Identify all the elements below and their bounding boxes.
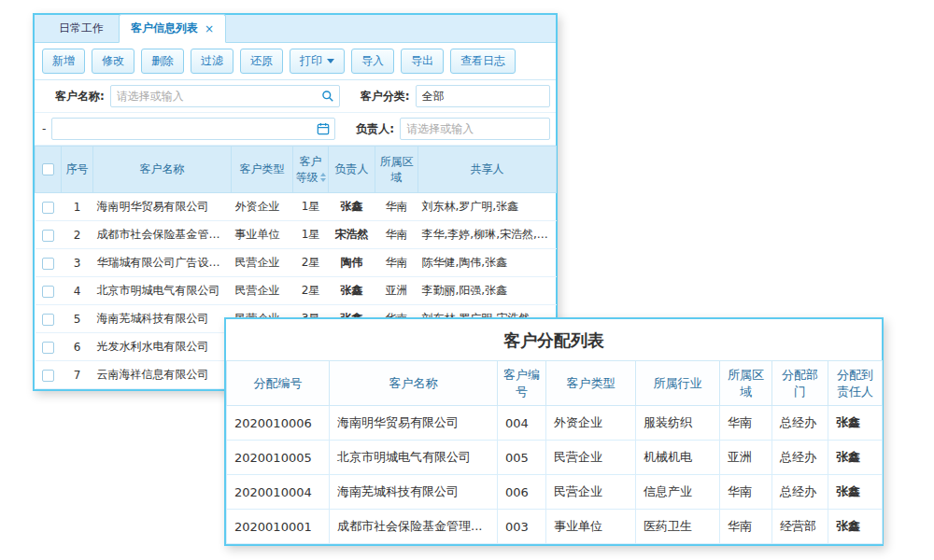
cell-customer-name[interactable]: 北京市明城电气有限公司 (93, 277, 232, 305)
table-row[interactable]: 2020010004 海南芜城科技有限公司 006 民营企业 信息产业 华南 总… (227, 475, 883, 510)
select-all-checkbox[interactable] (42, 163, 54, 175)
cell-owner[interactable]: 陶伟 (329, 249, 375, 277)
cell-type: 民营企业 (546, 441, 636, 475)
cell-shared: 陈华健,陶伟,张鑫 (418, 249, 557, 277)
header-customer-level-label: 客户等级 (296, 155, 322, 183)
tab-daily-work[interactable]: 日常工作 (48, 15, 115, 42)
cell-alloc-no[interactable]: 2020010006 (227, 406, 330, 441)
row-checkbox[interactable] (42, 370, 54, 382)
row-checkbox[interactable] (42, 202, 54, 214)
cell-customer-name[interactable]: 云南海祥信息有限公司 (93, 361, 232, 389)
table-row[interactable]: 2 成都市社会保险基金管理... 事业单位 1星 宋浩然 华南 李华,李婷,柳琳… (35, 221, 557, 249)
cell-type: 民营企业 (232, 249, 293, 277)
customer-category-select[interactable] (417, 90, 549, 103)
print-button[interactable]: 打印 (290, 49, 345, 74)
edit-button[interactable]: 修改 (92, 49, 134, 74)
cell-seq: 7 (62, 361, 93, 389)
cell-customer-no: 006 (498, 475, 546, 510)
cell-industry: 医药卫生 (636, 510, 720, 544)
tab-customer-info-list[interactable]: 客户信息列表 × (119, 14, 226, 43)
cell-customer-name[interactable]: 海南明华贸易有限公司 (330, 406, 498, 441)
close-icon[interactable]: × (205, 23, 214, 35)
cell-type: 事业单位 (546, 510, 636, 544)
filter-row-1: 客户名称: 客户分类: (35, 80, 556, 113)
cell-customer-name[interactable]: 光发水利水电有限公司 (93, 333, 232, 361)
cell-seq: 2 (62, 221, 93, 249)
table-row[interactable]: 2020010006 海南明华贸易有限公司 004 外资企业 服装纺织 华南 总… (227, 406, 883, 441)
add-button[interactable]: 新增 (42, 49, 85, 74)
toolbar: 新增 修改 删除 过滤 还原 打印 导入 导出 查看日志 (35, 43, 556, 80)
cell-assignee[interactable]: 张鑫 (828, 441, 883, 475)
calendar-icon[interactable] (317, 122, 330, 135)
delete-button[interactable]: 删除 (141, 49, 184, 74)
cell-dept: 经营部 (772, 510, 828, 544)
cell-shared: 刘东林,罗广明,张鑫 (418, 193, 557, 221)
cell-customer-name[interactable]: 海南芜城科技有限公司 (330, 475, 498, 510)
table-row[interactable]: 2020010001 成都市社会保险基金管理... 003 事业单位 医药卫生 … (227, 510, 883, 544)
import-button[interactable]: 导入 (351, 49, 394, 74)
cell-industry: 信息产业 (636, 475, 720, 510)
header-assignee: 分配到责任人 (828, 361, 883, 406)
restore-button[interactable]: 还原 (240, 49, 283, 74)
cell-assignee[interactable]: 张鑫 (828, 510, 883, 544)
header-region: 所属区域 (720, 361, 772, 406)
cell-region: 华南 (375, 193, 418, 221)
cell-seq: 6 (62, 333, 93, 361)
cell-alloc-no[interactable]: 2020010005 (227, 441, 330, 475)
search-icon[interactable] (321, 90, 334, 103)
cell-level: 1星 (293, 221, 329, 249)
cell-owner[interactable]: 张鑫 (329, 193, 375, 221)
cell-customer-name[interactable]: 成都市社会保险基金管理... (93, 221, 232, 249)
row-checkbox[interactable] (42, 286, 54, 298)
cell-customer-name[interactable]: 成都市社会保险基金管理... (330, 510, 498, 544)
owner-input-wrap (400, 118, 550, 140)
table-row[interactable]: 1 海南明华贸易有限公司 外资企业 1星 张鑫 华南 刘东林,罗广明,张鑫 (35, 193, 557, 221)
cell-level: 1星 (293, 193, 329, 221)
date-input[interactable] (52, 122, 316, 135)
cell-region: 华南 (375, 221, 418, 249)
cell-customer-name[interactable]: 北京市明城电气有限公司 (330, 441, 498, 475)
customer-name-input[interactable] (111, 90, 320, 103)
cell-alloc-no[interactable]: 2020010001 (227, 510, 330, 544)
header-customer-type: 客户类型 (546, 361, 636, 406)
filter-button[interactable]: 过滤 (191, 49, 234, 74)
header-checkbox-cell (35, 147, 62, 193)
header-industry: 所属行业 (636, 361, 720, 406)
owner-input[interactable] (401, 122, 549, 135)
cell-seq: 3 (62, 249, 93, 277)
row-checkbox[interactable] (42, 342, 54, 354)
table-row[interactable]: 3 华瑞城有限公司广告设计部 民营企业 2星 陶伟 华南 陈华健,陶伟,张鑫 (35, 249, 557, 277)
export-button[interactable]: 导出 (401, 49, 444, 74)
cell-owner[interactable]: 张鑫 (329, 277, 375, 305)
cell-customer-name[interactable]: 华瑞城有限公司广告设计部 (93, 249, 232, 277)
view-log-button[interactable]: 查看日志 (450, 49, 516, 74)
cell-assignee[interactable]: 张鑫 (828, 475, 883, 510)
cell-assignee[interactable]: 张鑫 (828, 406, 883, 441)
cell-customer-name[interactable]: 海南芜城科技有限公司 (93, 305, 232, 333)
cell-industry: 服装纺织 (636, 406, 720, 441)
cell-type: 外资企业 (546, 406, 636, 441)
cell-owner[interactable]: 宋浩然 (329, 221, 375, 249)
cell-level: 2星 (293, 249, 329, 277)
header-customer-type: 客户类型 (232, 147, 293, 193)
header-shared: 共享人 (418, 147, 557, 193)
cell-region: 华南 (720, 510, 772, 544)
table-row[interactable]: 4 北京市明城电气有限公司 民营企业 2星 张鑫 亚洲 李勤丽,阳强,张鑫 (35, 277, 557, 305)
row-checkbox[interactable] (42, 258, 54, 270)
header-alloc-no: 分配编号 (227, 361, 330, 406)
row-checkbox[interactable] (42, 314, 54, 326)
cell-customer-name[interactable]: 海南明华贸易有限公司 (93, 193, 232, 221)
print-button-label: 打印 (300, 53, 322, 69)
header-seq: 序号 (62, 147, 93, 193)
cell-dept: 总经办 (772, 475, 828, 510)
sort-icon[interactable] (320, 173, 326, 182)
table-row[interactable]: 2020010005 北京市明城电气有限公司 005 民营企业 机械机电 亚洲 … (227, 441, 883, 475)
allocation-panel: 客户分配列表 分配编号 客户名称 客户编号 客户类型 所属行业 所属区域 分配部… (224, 317, 884, 546)
row-checkbox[interactable] (42, 230, 54, 242)
header-customer-level[interactable]: 客户等级 (293, 147, 329, 193)
cell-type: 事业单位 (232, 221, 293, 249)
header-customer-name: 客户名称 (93, 147, 232, 193)
cell-dept: 总经办 (772, 441, 828, 475)
cell-region: 华南 (720, 475, 772, 510)
cell-alloc-no[interactable]: 2020010004 (227, 475, 330, 510)
